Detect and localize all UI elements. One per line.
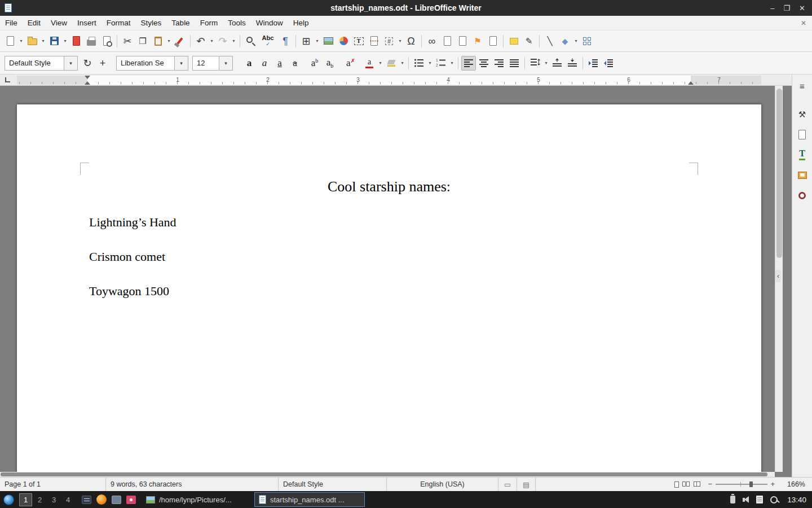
right-indent-marker[interactable] [688,81,694,85]
font-name-combo[interactable]: Liberation Se ▾ [116,56,188,71]
print-preview-button[interactable] [99,34,114,49]
find-replace-button[interactable] [243,34,258,49]
save-dropdown[interactable]: ▾ [62,34,68,49]
copy-button[interactable]: ❐ [135,34,150,49]
horizontal-ruler[interactable]: 1 2 3 4 5 6 7 [17,76,761,85]
insert-hyperlink-button[interactable]: ∞ [425,34,439,49]
close-button[interactable]: ✕ [799,4,805,12]
formatting-marks-button[interactable]: ¶ [278,34,293,49]
tab-stop-selector[interactable] [5,77,10,82]
open-button[interactable] [25,34,39,49]
paragraph-style-dropdown[interactable]: ▾ [64,56,77,70]
basic-shapes-button[interactable]: ◆ [558,34,572,49]
horizontal-scrollbar-thumb[interactable] [1,472,767,476]
network-icon[interactable] [770,496,778,503]
insert-bookmark-button[interactable]: ⚑ [470,34,485,49]
document-paragraph[interactable]: Crismon comet [89,249,165,264]
sidebar-toggle[interactable]: ‹ [775,270,781,282]
menu-styles[interactable]: Styles [136,16,167,29]
paragraph-style-combo[interactable]: Default Style ▾ [5,56,78,71]
new-style-button[interactable]: + [95,56,110,71]
document-modified-status[interactable]: ▤ [517,478,536,491]
menu-tools[interactable]: Tools [223,16,251,29]
bullet-list-dropdown[interactable]: ▾ [427,56,433,71]
workspace-1-button[interactable]: 1 [19,493,32,506]
export-pdf-button[interactable] [69,34,83,49]
volume-icon[interactable] [743,496,749,503]
undo-dropdown[interactable]: ▾ [209,34,215,49]
paste-dropdown[interactable]: ▾ [166,34,172,49]
font-size-combo[interactable]: 12 ▾ [192,56,233,71]
vertical-scrollbar-thumb[interactable] [776,89,782,258]
taskbar-window-writer[interactable]: startship_names.odt ... [254,492,365,507]
subscript-button[interactable]: ab [323,56,337,71]
taskbar-window-pictures[interactable]: /home/lynp/Pictures/... [142,492,252,507]
highlight-color-button[interactable] [384,56,399,71]
track-changes-button[interactable]: ✎ [522,34,536,49]
print-button[interactable] [84,34,99,49]
zoom-slider-handle[interactable] [749,481,753,487]
menu-file[interactable]: File [0,16,23,29]
insert-field-dropdown[interactable]: ▾ [397,34,403,49]
italic-button[interactable]: a [257,56,272,71]
firefox-icon[interactable] [96,494,107,505]
document-paragraph[interactable]: Toywagon 1500 [89,284,169,299]
spelling-button[interactable]: Abc✓ [258,34,277,49]
workspace-3-button[interactable]: 3 [47,493,60,506]
terminal-icon[interactable] [82,496,91,504]
language-status[interactable]: English (USA) [387,478,498,491]
clear-formatting-button[interactable]: a✗ [343,56,358,71]
numbered-list-button[interactable]: 12 [434,56,448,71]
insert-image-button[interactable] [321,34,336,49]
new-document-button[interactable] [3,34,17,49]
sidebar-settings-button[interactable]: ≡ [795,78,810,94]
workspace-4-button[interactable]: 4 [61,493,74,506]
sidebar-page-button[interactable] [795,126,810,142]
first-line-indent-marker[interactable] [85,76,90,79]
open-dropdown[interactable]: ▾ [40,34,46,49]
battery-icon[interactable] [730,496,735,503]
book-view-button[interactable] [694,480,701,488]
minimize-button[interactable]: – [770,4,774,12]
left-indent-marker[interactable] [85,81,90,85]
zoom-slider[interactable] [716,484,767,485]
insert-page-break-button[interactable] [367,34,381,49]
cut-button[interactable]: ✂ [120,34,135,49]
superscript-button[interactable]: ab [307,56,322,71]
insert-endnote-button[interactable] [455,34,470,49]
update-style-button[interactable]: ↻ [80,56,95,71]
zoom-out-button[interactable]: − [708,480,712,488]
decrease-indent-button[interactable] [601,56,616,71]
decrease-paragraph-spacing-button[interactable] [565,56,580,71]
insert-comment-button[interactable] [506,34,521,49]
font-size-dropdown[interactable]: ▾ [219,56,232,70]
document-heading[interactable]: Cool starship names: [89,178,689,195]
single-page-view-button[interactable] [674,481,679,488]
bold-button[interactable]: a [242,56,257,71]
menu-insert[interactable]: Insert [72,16,102,29]
menu-format[interactable]: Format [102,16,136,29]
insert-textbox-button[interactable]: T [351,34,366,49]
strikethrough-button[interactable]: a [288,56,302,71]
align-center-button[interactable] [476,56,491,71]
menu-form[interactable]: Form [195,16,223,29]
insert-table-dropdown[interactable]: ▾ [314,34,320,49]
redo-button[interactable]: ↷ [215,34,230,49]
clipboard-icon[interactable] [756,496,763,503]
clone-formatting-button[interactable] [173,34,187,49]
multi-page-view-button[interactable] [682,480,690,488]
insert-table-button[interactable]: ⊞ [299,34,314,49]
bullet-list-button[interactable] [412,56,426,71]
paste-button[interactable] [151,34,165,49]
restore-button[interactable]: ❐ [783,4,790,12]
basic-shapes-dropdown[interactable]: ▾ [573,34,579,49]
align-right-button[interactable] [492,56,506,71]
font-name-dropdown[interactable]: ▾ [174,56,188,70]
numbered-list-dropdown[interactable]: ▾ [449,56,455,71]
increase-paragraph-spacing-button[interactable] [550,56,564,71]
undo-button[interactable]: ↶ [193,34,208,49]
special-character-button[interactable]: Ω [404,34,418,49]
insert-field-button[interactable]: # [382,34,396,49]
highlight-color-dropdown[interactable]: ▾ [399,56,405,71]
document-page[interactable]: Cool starship names: Lightning’s Hand Cr… [17,104,761,477]
